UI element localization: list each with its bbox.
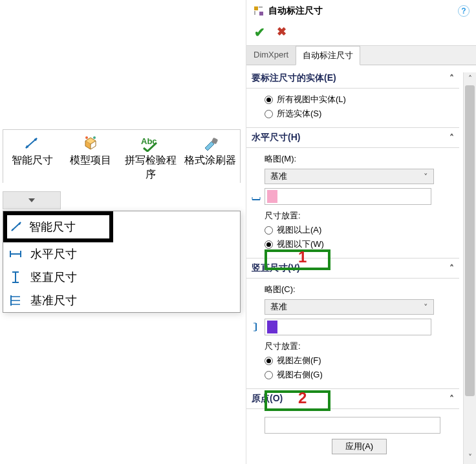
vertical-scheme-select[interactable]: 基准 ˅ — [265, 299, 434, 315]
annotation-mark-1: 1 — [298, 248, 307, 266]
format-painter-label: 格式涂刷器 — [184, 153, 236, 167]
radio-right-of-view[interactable]: 视图右侧(G) — [265, 368, 454, 382]
placement-label: 尺寸放置: — [265, 210, 301, 222]
horizontal-dimension-icon — [8, 247, 23, 261]
chevron-up-icon: ˄ — [449, 394, 454, 404]
origin-field[interactable] — [265, 417, 440, 434]
help-icon[interactable]: ? — [458, 5, 470, 17]
baseline-dimension-icon — [8, 293, 23, 308]
section-title: 竖直尺寸(V) — [252, 262, 300, 274]
radio-icon — [265, 371, 273, 379]
annotation-mark-2: 2 — [298, 389, 307, 407]
radio-above-view[interactable]: 视图以上(A) — [265, 223, 454, 237]
scroll-up-icon[interactable]: ˄ — [464, 72, 476, 85]
smart-dimension-dropdown-toggle[interactable] — [3, 191, 61, 209]
ribbon-toolbar: 智能尺寸 模型项目 Abc 拼写检验程序 格式涂刷器 — [3, 129, 241, 183]
section-vertical-header[interactable]: 竖直尺寸(V) ˄ — [246, 258, 459, 279]
color-swatch — [267, 321, 277, 333]
menu-item-label: 基准尺寸 — [30, 293, 77, 308]
panel-title: 自动标注尺寸 — [268, 5, 323, 17]
radio-selected-entities[interactable]: 所选实体(S) — [265, 107, 454, 121]
section-entities-body: 所有视图中实体(L) 所选实体(S) — [246, 89, 459, 128]
menu-item-label: 水平尺寸 — [30, 246, 77, 262]
dimension-dropdown-menu: 智能尺寸 水平尺寸 竖直尺寸 基准尺寸 — [3, 211, 241, 313]
radio-label: 所选实体(S) — [277, 108, 321, 120]
ok-button[interactable]: ✔ — [254, 25, 265, 40]
model-items-label: 模型项目 — [70, 153, 111, 167]
radio-left-of-view[interactable]: 视图左侧(F) — [265, 353, 454, 368]
section-horizontal-body: 略图(M): 基准 ˅ 尺寸放置: 视图以上(A) 视图以下(W) — [246, 148, 459, 258]
section-title: 要标注尺寸的实体(E) — [252, 72, 336, 84]
scroll-thumb[interactable] — [465, 85, 475, 396]
radio-icon — [265, 96, 273, 104]
edge-select-icon — [250, 191, 262, 202]
tab-dimxpert[interactable]: DimXpert — [246, 46, 296, 65]
chevron-up-icon: ˄ — [449, 263, 454, 273]
format-painter-icon — [201, 134, 219, 153]
section-origin-body: 应用(A) — [246, 409, 459, 461]
menu-item-baseline-dimension[interactable]: 基准尺寸 — [3, 289, 240, 312]
spell-check-icon: Abc — [140, 134, 162, 153]
panel-tabs: DimXpert 自动标注尺寸 — [246, 46, 476, 65]
section-origin-header[interactable]: 原点(O) ˄ — [246, 389, 459, 409]
scroll-down-icon[interactable]: ˅ — [464, 451, 476, 464]
smart-dimension-label: 智能尺寸 — [12, 153, 53, 167]
radio-icon — [265, 357, 273, 365]
section-title: 原点(O) — [252, 393, 283, 405]
svg-rect-4 — [254, 6, 258, 10]
menu-item-vertical-dimension[interactable]: 竖直尺寸 — [3, 266, 240, 289]
horizontal-edge-field[interactable] — [265, 188, 431, 205]
radio-label: 所有视图中实体(L) — [277, 94, 346, 105]
chevron-down-icon: ˅ — [424, 302, 428, 312]
vertical-scrollbar[interactable]: ˄ ˅ — [463, 72, 476, 464]
color-swatch — [267, 190, 277, 203]
menu-item-horizontal-dimension[interactable]: 水平尺寸 — [3, 242, 240, 266]
radio-below-view[interactable]: 视图以下(W) — [265, 237, 454, 251]
section-vertical-body: 略图(C): 基准 ˅ 尺寸放置: 视图左侧(F) 视图右侧(G) — [246, 279, 459, 389]
radio-icon — [265, 240, 273, 249]
radio-icon — [265, 110, 273, 118]
model-items-button[interactable]: 模型项目 — [61, 130, 120, 183]
edge-select-icon — [250, 321, 262, 333]
model-items-icon — [81, 134, 100, 153]
apply-button[interactable]: 应用(A) — [332, 439, 387, 454]
spell-check-label: 拼写检验程序 — [122, 153, 179, 182]
svg-rect-5 — [259, 12, 263, 16]
smart-dimension-icon — [10, 220, 24, 234]
horizontal-scheme-select[interactable]: 基准 ˅ — [265, 169, 434, 184]
placement-label: 尺寸放置: — [265, 341, 301, 352]
scheme-label: 略图(C): — [265, 284, 296, 295]
radio-label: 视图右侧(G) — [277, 369, 323, 381]
smart-dimension-button[interactable]: 智能尺寸 — [3, 130, 61, 183]
radio-icon — [265, 226, 273, 235]
menu-item-label: 竖直尺寸 — [30, 269, 77, 285]
radio-label: 视图左侧(F) — [277, 355, 321, 366]
cancel-button[interactable]: ✖ — [277, 25, 287, 40]
spell-check-button[interactable]: Abc 拼写检验程序 — [120, 130, 182, 183]
format-painter-button[interactable]: 格式涂刷器 — [182, 130, 239, 183]
radio-all-entities[interactable]: 所有视图中实体(L) — [265, 92, 454, 107]
panel-header: 自动标注尺寸 ? — [246, 0, 476, 22]
svg-point-1 — [93, 136, 96, 139]
autodimension-icon — [253, 5, 265, 17]
scheme-label: 略图(M): — [265, 153, 296, 165]
section-title: 水平尺寸(H) — [252, 132, 300, 143]
radio-label: 视图以上(A) — [277, 224, 321, 236]
section-horizontal-header[interactable]: 水平尺寸(H) ˄ — [246, 128, 459, 148]
section-entities-header[interactable]: 要标注尺寸的实体(E) ˄ — [246, 69, 459, 89]
menu-item-smart-dimension[interactable]: 智能尺寸 — [3, 211, 113, 242]
smart-dimension-icon — [24, 134, 41, 153]
chevron-down-icon: ˅ — [424, 172, 428, 182]
select-value: 基准 — [270, 301, 287, 313]
caret-down-icon — [28, 198, 35, 202]
confirm-row: ✔ ✖ — [246, 22, 476, 46]
svg-point-0 — [85, 136, 88, 139]
vertical-dimension-icon — [8, 270, 23, 284]
select-value: 基准 — [270, 171, 287, 182]
autodimension-panel: 自动标注尺寸 ? ✔ ✖ DimXpert 自动标注尺寸 要标注尺寸的实体(E)… — [246, 0, 476, 464]
vertical-edge-field[interactable] — [265, 319, 431, 335]
tab-autodimension[interactable]: 自动标注尺寸 — [296, 46, 360, 65]
scroll-track[interactable] — [464, 85, 476, 451]
menu-item-label: 智能尺寸 — [29, 219, 76, 235]
panel-scroll-area: 要标注尺寸的实体(E) ˄ 所有视图中实体(L) 所选实体(S) 水平尺寸(H)… — [246, 69, 459, 464]
